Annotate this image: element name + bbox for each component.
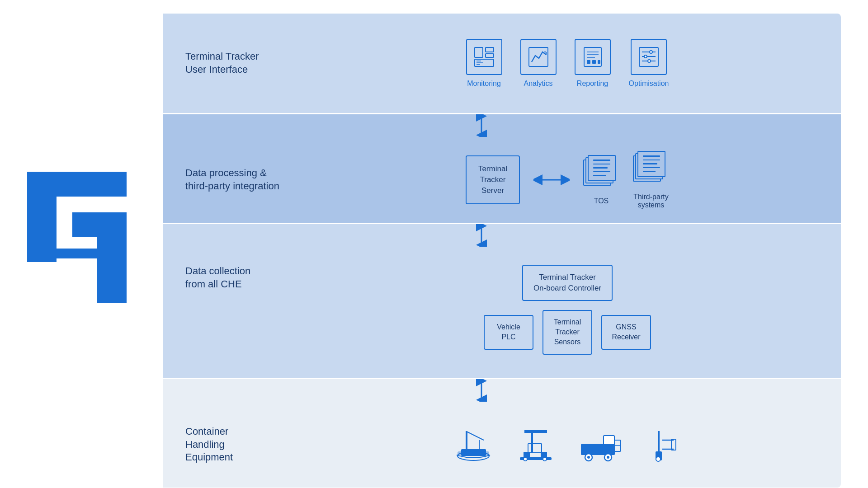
collection-layer-content: Terminal TrackerOn-board Controller Vehi… <box>307 256 827 364</box>
monitoring-icon-box <box>466 39 502 75</box>
reporting-label: Reporting <box>577 80 608 88</box>
reporting-icon-item: Reporting <box>575 39 611 88</box>
sub-boxes: VehiclePLC TerminalTrackerSensors GNSSRe… <box>484 310 651 355</box>
svg-rect-7 <box>486 54 494 57</box>
analytics-icon-item: Analytics <box>520 39 557 88</box>
svg-point-28 <box>648 60 651 62</box>
page-container: Terminal TrackerUser Interface <box>0 0 868 488</box>
tos-icon: TOS <box>583 155 619 205</box>
straddle-carrier-icon <box>646 427 683 463</box>
processing-layer-label: Data processing &third-party integration <box>185 167 307 192</box>
analytics-label: Analytics <box>524 80 553 88</box>
horizontal-arrow <box>533 173 570 187</box>
optimisation-icon-item: Optimisation <box>629 39 669 88</box>
svg-rect-1 <box>27 172 57 262</box>
optimisation-label: Optimisation <box>629 80 669 88</box>
collection-content: Terminal TrackerOn-board Controller Vehi… <box>484 256 651 364</box>
svg-rect-19 <box>587 60 590 64</box>
svg-rect-3 <box>97 212 127 303</box>
processing-content: TerminalTrackerServer <box>307 151 827 209</box>
diagram-layers: Terminal TrackerUser Interface <box>163 14 841 488</box>
collection-layer-label: Data collectionfrom all CHE <box>185 256 307 291</box>
svg-rect-57 <box>658 431 660 454</box>
svg-point-24 <box>650 51 652 53</box>
svg-point-46 <box>524 457 527 461</box>
analytics-icon-box <box>520 39 557 75</box>
tps-label: Third-partysystems <box>633 193 668 209</box>
gnss-box: GNSSReceiver <box>601 315 651 350</box>
processing-layer: Data processing &third-party integration… <box>163 137 841 223</box>
svg-point-54 <box>607 456 609 459</box>
tt-logo <box>27 172 127 316</box>
equipment-layer: ContainerHandlingEquipment <box>163 402 841 488</box>
svg-point-26 <box>644 55 647 58</box>
ui-layer: Terminal TrackerUser Interface <box>163 14 841 113</box>
rtg-crane-icon <box>515 427 556 463</box>
equipment-layer-content <box>307 418 827 472</box>
svg-rect-33 <box>466 431 467 449</box>
svg-rect-20 <box>592 60 596 64</box>
reach-stacker-icon <box>579 427 624 463</box>
processing-layer-content: TerminalTrackerServer <box>307 151 827 209</box>
connector-processing-collection <box>163 224 841 247</box>
svg-rect-21 <box>598 60 600 64</box>
tps-icon: Third-partysystems <box>633 151 669 209</box>
sensors-box: TerminalTrackerSensors <box>542 310 592 355</box>
collection-layer: Data collectionfrom all CHE Terminal Tra… <box>163 247 841 378</box>
ui-icons-container: Monitoring <box>466 30 669 97</box>
svg-point-63 <box>656 457 660 461</box>
ship-crane-icon <box>452 427 493 463</box>
svg-rect-12 <box>529 47 548 66</box>
equipment-icons <box>452 418 683 472</box>
equipment-layer-label: ContainerHandlingEquipment <box>185 425 307 464</box>
svg-rect-4 <box>54 249 99 258</box>
tos-label: TOS <box>594 197 609 205</box>
svg-rect-6 <box>486 47 494 52</box>
diagram-wrapper: Terminal TrackerUser Interface <box>163 14 841 474</box>
svg-rect-62 <box>671 439 676 450</box>
svg-rect-49 <box>604 436 614 445</box>
monitoring-icon-item: Monitoring <box>466 39 502 88</box>
svg-rect-44 <box>528 444 542 453</box>
reporting-icon-box <box>575 39 611 75</box>
ui-layer-label: Terminal TrackerUser Interface <box>185 50 307 76</box>
svg-rect-5 <box>475 47 483 57</box>
connector-ui-processing <box>163 114 841 137</box>
plc-box: VehiclePLC <box>484 315 533 350</box>
svg-rect-40 <box>524 430 547 433</box>
svg-point-47 <box>543 457 547 461</box>
svg-rect-38 <box>458 451 489 455</box>
connector-collection-equipment <box>163 379 841 402</box>
ui-layer-content: Monitoring <box>307 30 827 97</box>
monitoring-label: Monitoring <box>467 80 501 88</box>
server-box: TerminalTrackerServer <box>466 155 520 204</box>
svg-point-52 <box>587 456 590 459</box>
svg-line-34 <box>467 432 484 440</box>
optimisation-icon-box <box>631 39 667 75</box>
controller-box: Terminal TrackerOn-board Controller <box>522 265 613 301</box>
